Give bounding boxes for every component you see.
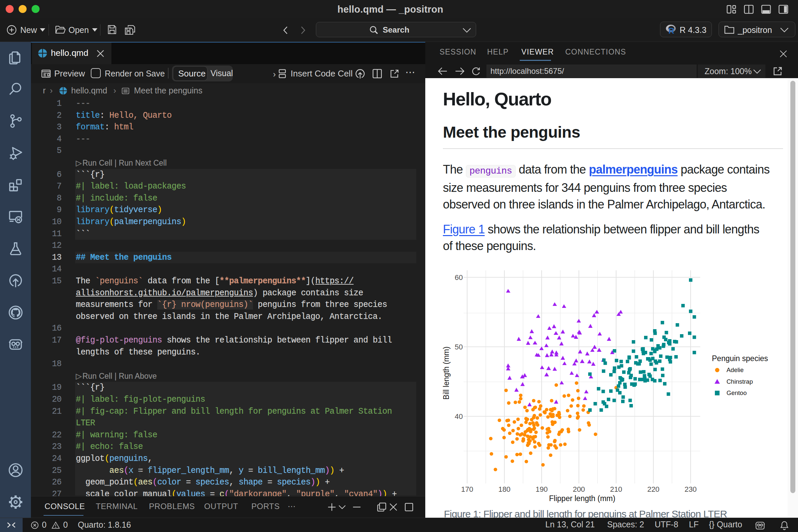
svg-text:Penguin species: Penguin species: [712, 354, 768, 363]
svg-text:Adelie: Adelie: [726, 366, 743, 374]
svg-text:180: 180: [498, 485, 511, 493]
svg-text:210: 210: [610, 485, 623, 493]
svg-text:50: 50: [455, 343, 463, 351]
svg-text:170: 170: [461, 485, 474, 493]
svg-text:190: 190: [536, 485, 548, 493]
svg-text:40: 40: [455, 412, 463, 421]
svg-text:Chinstrap: Chinstrap: [726, 378, 753, 385]
svg-text:Bill length (mm): Bill length (mm): [442, 346, 451, 400]
svg-text:230: 230: [685, 485, 697, 493]
svg-text:60: 60: [455, 273, 463, 282]
svg-text:R: R: [668, 26, 674, 35]
svg-text:Flipper length (mm): Flipper length (mm): [549, 494, 615, 503]
svg-text:220: 220: [647, 485, 660, 493]
svg-text:Gentoo: Gentoo: [726, 390, 747, 396]
svg-text:200: 200: [573, 485, 585, 493]
